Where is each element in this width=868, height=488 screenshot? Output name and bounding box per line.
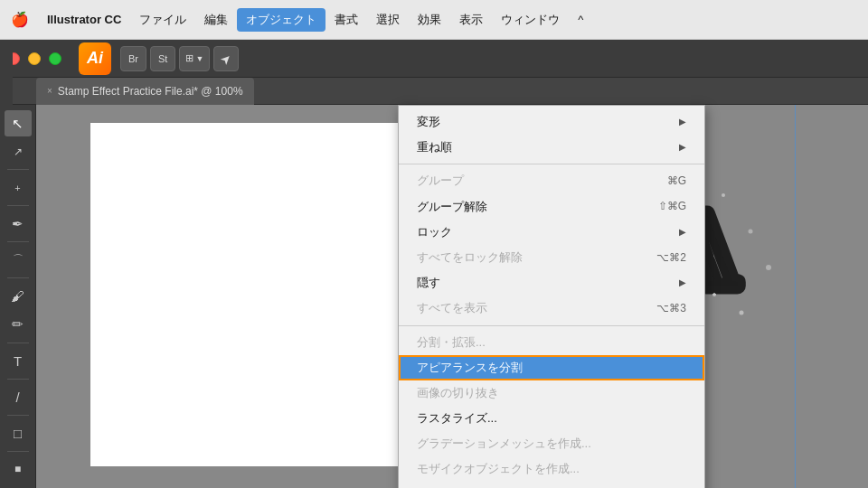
menubar-file[interactable]: ファイル xyxy=(130,8,195,32)
menubar-view[interactable]: 表示 xyxy=(450,8,492,32)
menu-item-unlock-all[interactable]: すべてをロック解除 ⌥⌘2 xyxy=(399,245,704,270)
menu-item-mosaic-label: モザイクオブジェクトを作成... xyxy=(417,461,686,477)
menu-item-mosaic[interactable]: モザイクオブジェクトを作成... xyxy=(399,456,704,482)
tool-separator-2 xyxy=(7,205,29,206)
add-anchor-tool[interactable]: + xyxy=(5,174,32,201)
svg-point-8 xyxy=(740,311,744,315)
pencil-tool[interactable]: ✏ xyxy=(5,312,32,338)
menu-item-image-crop-label: 画像の切り抜き xyxy=(417,385,686,401)
add-anchor-icon: + xyxy=(14,183,20,193)
rectangle-icon: □ xyxy=(14,426,22,441)
menu-item-expand-label: 分割・拡張... xyxy=(417,334,686,351)
tab-bar: · · · × Stamp Effect Practice File.ai* @… xyxy=(0,78,868,105)
menu-shortcut-unlock: ⌥⌘2 xyxy=(656,250,686,266)
pen-icon: ✒ xyxy=(12,216,24,232)
text-tool[interactable]: T xyxy=(5,348,32,374)
menu-item-gradient-mesh-label: グラデーションメッシュを作成... xyxy=(417,436,686,452)
tool-separator xyxy=(7,169,29,170)
send-button[interactable]: ➤ xyxy=(213,46,239,71)
grid-icon: ⊞ xyxy=(185,52,193,64)
lasso-icon: ⌒ xyxy=(13,252,24,267)
stock-button[interactable]: St xyxy=(150,46,175,71)
tool-separator-3 xyxy=(7,241,29,242)
menu-item-transform-label: 変形 xyxy=(417,114,679,130)
menu-item-lock-label: ロック xyxy=(417,224,679,240)
document-tab[interactable]: × Stamp Effect Practice File.ai* @ 100% xyxy=(36,78,254,105)
fill-tool[interactable]: ■ xyxy=(5,456,32,483)
menu-item-expand-appearance-label: アピアランスを分割 xyxy=(417,360,686,376)
menubar-effect[interactable]: 効果 xyxy=(409,8,450,32)
svg-point-6 xyxy=(766,265,771,270)
menu-item-rasterize-label: ラスタライズ... xyxy=(417,410,686,427)
menu-separator-2 xyxy=(399,325,704,326)
bridge-button[interactable]: Br xyxy=(120,46,146,71)
submenu-arrow-icon-2: ▶ xyxy=(679,141,686,154)
menubar-type[interactable]: 書式 xyxy=(326,8,367,32)
object-menu: 変形 ▶ 重ね順 ▶ グループ ⌘G グループ解除 ⇧⌘G ロック ▶ すべてを… xyxy=(398,105,705,488)
tool-separator-5 xyxy=(7,343,29,343)
menu-item-lock[interactable]: ロック ▶ xyxy=(399,220,704,245)
menu-item-hide[interactable]: 隠す ▶ xyxy=(399,270,704,296)
submenu-arrow-icon-3: ▶ xyxy=(679,226,686,239)
menu-item-hide-label: 隠す xyxy=(417,275,679,291)
menubar-app-name[interactable]: Illustrator CC xyxy=(38,9,130,30)
svg-point-4 xyxy=(749,230,753,234)
text-icon: T xyxy=(14,353,22,369)
paintbrush-tool[interactable]: 🖌 xyxy=(5,283,32,309)
arrow-icon: ➤ xyxy=(217,50,235,68)
svg-point-3 xyxy=(722,193,725,197)
submenu-arrow-icon-4: ▶ xyxy=(679,277,686,289)
tool-separator-8 xyxy=(7,451,29,452)
menu-item-unlock-label: すべてをロック解除 xyxy=(417,249,629,266)
direct-select-tool[interactable]: ↗ xyxy=(5,138,32,164)
menu-item-show-all[interactable]: すべてを表示 ⌥⌘3 xyxy=(399,296,704,321)
maximize-button[interactable] xyxy=(49,52,61,65)
lasso-tool[interactable]: ⌒ xyxy=(5,247,32,273)
menu-shortcut-show-all: ⌥⌘3 xyxy=(656,301,686,316)
menu-item-transform[interactable]: 変形 ▶ xyxy=(399,109,704,135)
tab-title: Stamp Effect Practice File.ai* @ 100% xyxy=(58,85,243,98)
menubar-help[interactable]: ^ xyxy=(569,9,592,30)
workspace-button[interactable]: ⊞ ▼ xyxy=(179,46,210,71)
tool-separator-6 xyxy=(7,379,29,380)
menu-item-ungroup-label: グループ解除 xyxy=(417,199,631,215)
tool-separator-4 xyxy=(7,277,29,278)
tool-separator-7 xyxy=(7,415,29,416)
menu-item-group-label: グループ xyxy=(417,173,640,189)
paintbrush-icon: 🖌 xyxy=(11,288,24,304)
menubar-edit[interactable]: 編集 xyxy=(195,8,237,32)
menu-item-arrange[interactable]: 重ね順 ▶ xyxy=(399,135,704,160)
select-tool[interactable]: ↖ xyxy=(5,110,32,136)
tab-close-button[interactable]: × xyxy=(47,86,52,96)
menubar-window[interactable]: ウィンドウ xyxy=(492,8,569,32)
menu-item-group[interactable]: グループ ⌘G xyxy=(399,168,704,193)
apple-menu[interactable]: 🍎 xyxy=(7,11,38,28)
menu-item-gradient-mesh[interactable]: グラデーションメッシュを作成... xyxy=(399,431,704,456)
menubar-select[interactable]: 選択 xyxy=(367,8,409,32)
direct-select-icon: ↗ xyxy=(14,145,23,158)
menu-item-expand-appearance[interactable]: アピアランスを分割 xyxy=(399,355,704,380)
menu-item-expand[interactable]: 分割・拡張... xyxy=(399,330,704,355)
submenu-arrow-icon: ▶ xyxy=(679,116,686,128)
menu-bar: 🍎 Illustrator CC ファイル 編集 オブジェクト 書式 選択 効果… xyxy=(0,0,868,40)
select-icon: ↖ xyxy=(12,116,24,132)
minimize-button[interactable] xyxy=(28,52,41,65)
line-tool[interactable]: / xyxy=(5,384,32,410)
menu-item-image-crop[interactable]: 画像の切り抜き xyxy=(399,380,704,406)
traffic-lights xyxy=(7,52,64,65)
fill-icon: ■ xyxy=(14,463,21,475)
menubar-object[interactable]: オブジェクト xyxy=(237,8,326,32)
tools-panel: ↖ ↗ + ✒ ⌒ 🖌 ✏ T / □ xyxy=(0,105,36,488)
menu-separator-1 xyxy=(399,164,704,164)
menu-item-flatten-transparency[interactable]: 透明部分を分割・統合... xyxy=(399,483,704,488)
pencil-icon: ✏ xyxy=(12,316,24,333)
menu-item-ungroup[interactable]: グループ解除 ⇧⌘G xyxy=(399,194,704,220)
pen-tool[interactable]: ✒ xyxy=(5,211,32,237)
ai-logo: Ai xyxy=(79,42,111,75)
app-toolbar: Ai Br St ⊞ ▼ ➤ xyxy=(0,40,868,78)
menu-item-show-all-label: すべてを表示 xyxy=(417,300,629,316)
svg-point-7 xyxy=(712,293,716,296)
rectangle-tool[interactable]: □ xyxy=(5,420,32,446)
menu-item-rasterize[interactable]: ラスタライズ... xyxy=(399,406,704,431)
menu-item-arrange-label: 重ね順 xyxy=(417,139,679,155)
